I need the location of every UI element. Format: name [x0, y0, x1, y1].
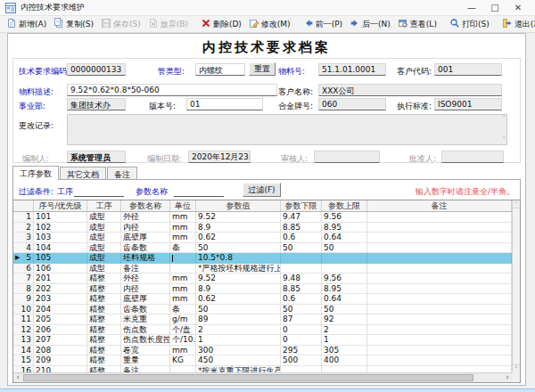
cell-proc[interactable]: 精整 [87, 325, 121, 336]
cell-proc[interactable]: 成型 [87, 253, 121, 264]
table-row[interactable]: 4104成型齿条数条505050 [13, 243, 520, 254]
close-button[interactable]: ✕ [506, 0, 530, 16]
cell-unit[interactable]: KG [170, 355, 196, 366]
cell-note[interactable] [367, 284, 512, 295]
cell-pri[interactable]: 101 [34, 212, 87, 223]
reset-button[interactable]: 重置 [249, 62, 276, 76]
cell-name[interactable]: 重量 [121, 355, 170, 366]
cell-hi[interactable]: 305 [322, 346, 367, 356]
cell-hi[interactable]: 1 [322, 335, 367, 346]
cell-hi[interactable]: 50 [322, 305, 367, 315]
cell-pri[interactable]: 204 [34, 305, 87, 315]
cell-name[interactable]: 备注 [121, 264, 170, 274]
cell-name[interactable]: 齿条数 [121, 305, 170, 315]
horizontal-scrollbar-thumb[interactable] [23, 374, 473, 381]
cell-val[interactable]: 0.62 [196, 294, 281, 305]
maximize-button[interactable]: □ [483, 0, 506, 16]
cell-proc[interactable]: 成型 [87, 233, 121, 243]
cell-val[interactable]: 0.62 [196, 233, 281, 243]
table-row[interactable]: ▶5105成型坯料规格10.5*0.8 [13, 253, 520, 264]
table-row[interactable]: 9203精整底壁厚mm0.620.60.64 [13, 294, 520, 305]
cell-pri[interactable]: 103 [34, 233, 87, 243]
cell-unit[interactable] [170, 264, 196, 274]
cell-name[interactable]: 米克重 [121, 314, 170, 325]
cell-proc[interactable]: 精整 [87, 294, 121, 305]
cell-lo[interactable]: 87 [281, 314, 322, 325]
cell-val[interactable]: *严格按坯料规格进行上料。 [196, 264, 281, 274]
cell-name[interactable]: 内径 [121, 223, 170, 233]
table-row[interactable]: 2102成型内径mm8.98.858.95 [13, 223, 520, 233]
cell-pri[interactable]: 203 [34, 294, 87, 305]
cell-note[interactable] [367, 223, 512, 233]
table-row[interactable]: 8202精整内径mm8.98.858.95 [13, 284, 520, 295]
scroll-up-arrow-icon[interactable]: ˄ [513, 200, 520, 208]
cell-lo[interactable]: 295 [281, 346, 322, 356]
cell-pri[interactable]: 209 [34, 355, 87, 366]
cell-proc[interactable]: 成型 [87, 223, 121, 233]
cell-n[interactable]: 7 [13, 274, 34, 284]
cell-val[interactable]: 9.52 [196, 212, 281, 223]
cell-name[interactable]: 伤点数 [121, 325, 170, 336]
cell-n[interactable]: 8 [13, 284, 34, 295]
cell-n[interactable]: 3 [13, 233, 34, 243]
cell-note[interactable] [367, 325, 512, 336]
cell-lo[interactable]: 9.47 [281, 212, 322, 223]
cell-n[interactable]: 9 [13, 294, 34, 305]
cell-lo[interactable]: 0.6 [281, 294, 322, 305]
table-row[interactable]: 12206精整伤点数个/盘202 [13, 325, 520, 336]
filter-button[interactable]: 过滤(F) [243, 183, 281, 197]
cell-unit[interactable]: mm [170, 346, 196, 356]
cell-lo[interactable]: 50 [281, 305, 322, 315]
cell-unit[interactable]: 条 [170, 243, 196, 254]
toolbar-button-copy[interactable]: 复制(S) [50, 17, 97, 32]
cell-note[interactable] [367, 233, 512, 243]
cell-lo[interactable]: 0.6 [281, 233, 322, 243]
table-row[interactable]: 13207精整伤点数长度控制个/10...101 [13, 335, 520, 346]
cell-proc[interactable]: 精整 [87, 314, 121, 325]
cell-pri[interactable]: 206 [34, 325, 87, 336]
cell-name[interactable]: 底壁厚 [121, 233, 170, 243]
cell-hi[interactable]: 400 [322, 355, 367, 366]
cell-lo[interactable]: 8.85 [281, 223, 322, 233]
cell-name[interactable]: 外径 [121, 212, 170, 223]
cell-val[interactable]: 9.52 [196, 274, 281, 284]
cell-pri[interactable]: 208 [34, 346, 87, 356]
cell-hi[interactable]: 9.56 [322, 274, 367, 284]
cell-unit[interactable]: 条 [170, 305, 196, 315]
cell-unit[interactable]: 个/10... [170, 335, 196, 346]
cell-lo[interactable]: 500 [281, 355, 322, 366]
cell-hi[interactable]: 50 [322, 243, 367, 254]
tab-remarks[interactable]: 备注 [107, 167, 137, 180]
cell-proc[interactable]: 精整 [87, 346, 121, 356]
cell-note[interactable] [367, 264, 512, 274]
cell-val[interactable]: 10.5*0.8 [196, 253, 281, 264]
cell-val[interactable]: 50 [196, 243, 281, 254]
cell-n[interactable]: 13 [13, 335, 34, 346]
material-desc-field[interactable]: 9.52*0.62*0.8*50-060 [67, 84, 277, 96]
cell-unit[interactable]: g/m [170, 314, 196, 325]
cell-pri[interactable]: 104 [34, 243, 87, 254]
table-row[interactable]: 6106成型备注*严格按坯料规格进行上料。 [13, 264, 520, 274]
cell-hi[interactable]: 2 [322, 325, 367, 336]
cell-hi[interactable] [322, 253, 367, 264]
cell-proc[interactable]: 精整 [87, 284, 121, 295]
cell-lo[interactable]: 0 [281, 325, 322, 336]
cell-note[interactable] [367, 253, 512, 264]
table-row[interactable]: 3103成型底壁厚mm0.620.60.64 [13, 233, 520, 243]
cell-pri[interactable]: 201 [34, 274, 87, 284]
cell-lo[interactable]: 9.48 [281, 274, 322, 284]
cell-hi[interactable]: 8.95 [322, 284, 367, 295]
cell-note[interactable] [367, 243, 512, 254]
cell-proc[interactable]: 成型 [87, 243, 121, 254]
cell-val[interactable]: 300 [196, 346, 281, 356]
cell-n[interactable]: ▶5 [13, 253, 34, 264]
scroll-down-arrow-icon[interactable]: ˅ [513, 364, 520, 372]
cell-n[interactable]: 15 [13, 355, 34, 366]
cell-pri[interactable]: 205 [34, 314, 87, 325]
cell-lo[interactable]: 8.85 [281, 284, 322, 295]
cell-hi[interactable] [322, 264, 367, 274]
cell-hi[interactable]: 0.64 [322, 294, 367, 305]
cell-val[interactable]: 8.9 [196, 284, 281, 295]
cell-pri[interactable]: 106 [34, 264, 87, 274]
cell-name[interactable]: 外径 [121, 274, 170, 284]
